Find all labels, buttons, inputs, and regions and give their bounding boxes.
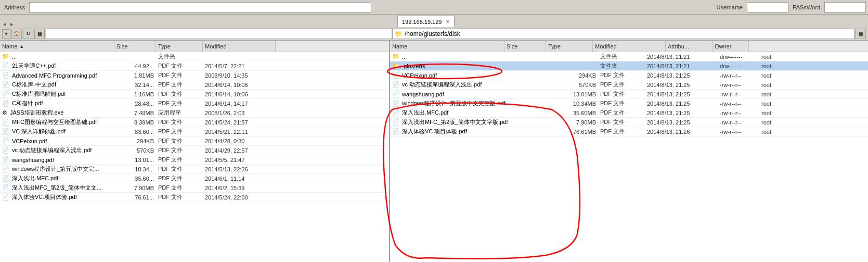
file-modified: 2008/1/26, 2:03 (203, 110, 276, 116)
file-type: PDF 文件 (156, 156, 203, 164)
file-modified: 2014/6/2, 15:39 (203, 185, 276, 191)
username-input[interactable] (747, 2, 788, 13)
left-col-type[interactable]: Type (156, 41, 203, 52)
list-item[interactable]: 📄 深入体验VC.项目体验.pdf 76.61MB PDF 文件 2014/8/… (390, 127, 868, 136)
file-name: 📄 C标准库源码解剖.pdf (0, 90, 114, 98)
list-item[interactable]: ⚙ JASS培训班教程.exe 7.49MB 应用程序 2008/1/26, 2… (0, 108, 389, 118)
file-owner: root (759, 82, 791, 88)
file-size: 10.34MB (556, 101, 598, 107)
file-name: 📄 深入浅出MFC_第2版_简体中文文字版.pdf (390, 118, 556, 126)
file-icon: 📄 (392, 100, 399, 107)
file-size: 7.90MB (114, 185, 156, 191)
nav-right-icon[interactable]: ► (9, 21, 15, 27)
file-type: PDF 文件 (156, 128, 203, 135)
list-item[interactable]: 📄 深入浅出.MFC.pdf 35.60MB PDF 文件 2014/8/13,… (390, 108, 868, 118)
file-name: 📄 vc 动态链接库编程深入浅出.pdf (390, 81, 556, 89)
file-name: 📄 wangshuang.pdf (0, 156, 114, 163)
file-modified: 2008/9/10, 14:35 (203, 72, 276, 79)
file-owner: root (759, 101, 791, 107)
right-path-bar[interactable]: 📁 /home/glusterfs/disk (392, 29, 854, 39)
left-path-bar[interactable] (46, 29, 392, 39)
list-item[interactable]: 📁 .. 文件夹 2014/8/13, 21:21 drw------- roo… (390, 52, 868, 61)
left-nav-dropdown[interactable]: ▼ (2, 29, 10, 39)
list-item[interactable]: 📄 21天学通C++.pdf 44.92... PDF 文件 2014/5/7,… (0, 61, 389, 71)
list-item[interactable]: 📁 .. 文件夹 (0, 52, 389, 61)
file-size: 32.14... (114, 82, 156, 88)
list-item[interactable]: 📄 vc 动态链接库编程深入浅出.pdf 570KB PDF 文件 2014/8… (390, 80, 868, 90)
left-col-modified[interactable]: Modified (203, 41, 276, 52)
list-item[interactable]: 📄 C标准库-中文.pdf 32.14... PDF 文件 2014/6/14,… (0, 80, 389, 90)
file-name: 📁 .. (0, 53, 114, 60)
file-name: 📄 VCPeixun.pdf (390, 72, 556, 79)
left-view-icon[interactable]: ▦ (34, 29, 45, 39)
password-input[interactable] (824, 2, 866, 13)
right-col-owner[interactable]: Owner (712, 41, 749, 52)
file-type: PDF 文件 (156, 146, 203, 154)
file-icon: 📄 (2, 156, 9, 163)
file-modified: 2014/5/24, 22:00 (203, 194, 276, 201)
remote-tab[interactable]: 192.168.19.129 ✕ (397, 16, 455, 27)
list-item[interactable]: 📄 深入体验VC.项目体验.pdf 76.61... PDF 文件 2014/5… (0, 193, 389, 202)
file-name: 📄 深入浅出.MFC.pdf (390, 109, 556, 117)
right-col-attrib[interactable]: Attribu... (666, 41, 712, 52)
address-label: Address (2, 4, 27, 10)
file-type: PDF 文件 (156, 193, 203, 201)
file-modified: 2014/5/24, 21:57 (203, 119, 276, 126)
file-name: 📄 MFC图形编程与交互绘图基础.pdf (0, 118, 114, 126)
list-item[interactable]: 📄 Advanced MFC Programming.pdf 1.81MB PD… (0, 71, 389, 80)
nav-left-icon[interactable]: ◄ (2, 21, 7, 27)
list-item[interactable]: 📄 windows程序设计_第五版中文完整版.pdf 10.34MB PDF 文… (390, 99, 868, 108)
list-item[interactable]: 📄 C和指针.pdf 28.48... PDF 文件 2014/6/14, 14… (0, 99, 389, 108)
file-size: 8.39MB (114, 119, 156, 126)
file-type: PDF 文件 (156, 62, 203, 70)
list-item[interactable]: 📄 深入浅出MFC_第2版_简体中文文字版.pdf 7.90MB PDF 文件 … (390, 118, 868, 127)
address-input[interactable] (29, 2, 371, 13)
list-item[interactable]: 📄 wangshuang.pdf 13.01MB PDF 文件 2014/8/1… (390, 90, 868, 99)
right-view-icon[interactable]: ▦ (856, 29, 866, 39)
left-col-size[interactable]: Size (114, 41, 156, 52)
file-type: PDF 文件 (156, 118, 203, 126)
list-item[interactable]: 📁 .glusterfs 文件夹 2014/8/13, 21:21 drw---… (390, 61, 868, 71)
file-icon: 📄 (392, 81, 399, 88)
list-item[interactable]: 📄 vc 动态链接库编程深入浅出.pdf 570KB PDF 文件 2014/4… (0, 146, 389, 155)
file-type: PDF 文件 (156, 99, 203, 107)
file-size: 83.60... (114, 129, 156, 135)
right-col-modified[interactable]: Modified (593, 41, 666, 52)
file-size: 28.48... (114, 101, 156, 107)
left-refresh-icon[interactable]: ↻ (23, 29, 33, 39)
file-type: PDF 文件 (156, 184, 203, 192)
file-icon: 📄 (2, 175, 9, 182)
file-modified: 2014/8/13, 21:25 (645, 119, 718, 126)
file-attrib: -rw-r--r-- (718, 72, 759, 79)
tab-close-icon[interactable]: ✕ (446, 19, 450, 24)
file-icon: 📄 (392, 119, 399, 126)
list-item[interactable]: 📄 C标准库源码解剖.pdf 1.16MB PDF 文件 2014/6/14, … (0, 90, 389, 99)
list-item[interactable]: 📄 VCPeixun.pdf 294KB PDF 文件 2014/8/13, 2… (390, 71, 868, 80)
file-size: 570KB (556, 82, 598, 88)
left-home-icon[interactable]: 🏠 (11, 29, 22, 39)
file-name: ⚙ JASS培训班教程.exe (0, 109, 114, 117)
file-attrib: drw------- (718, 63, 759, 69)
right-col-type[interactable]: Type (546, 41, 593, 52)
file-icon: 📄 (2, 194, 9, 201)
list-item[interactable]: 📄 VC.深入详解孙鑫.pdf 83.60... PDF 文件 2014/5/2… (0, 127, 389, 136)
file-owner: root (759, 63, 791, 69)
list-item[interactable]: 📄 wangshuang.pdf 13.01... PDF 文件 2014/5/… (0, 155, 389, 165)
file-size: 35.60... (114, 176, 156, 182)
list-item[interactable]: 📄 深入浅出.MFC.pdf 35.60... PDF 文件 2014/6/1,… (0, 174, 389, 183)
list-item[interactable]: 📄 VCPeixun.pdf 294KB PDF 文件 2014/4/28, 0… (0, 136, 389, 146)
file-icon: 📄 (2, 100, 9, 107)
list-item[interactable]: 📄 windows程序设计_第五版中文完... 10.34... PDF 文件 … (0, 165, 389, 174)
left-col-name[interactable]: Name ▲ (0, 41, 114, 52)
right-col-size[interactable]: Size (504, 41, 546, 52)
right-col-name[interactable]: Name (390, 41, 504, 52)
file-name: 📁 .glusterfs (390, 63, 556, 69)
list-item[interactable]: 📄 MFC图形编程与交互绘图基础.pdf 8.39MB PDF 文件 2014/… (0, 118, 389, 127)
file-modified: 2014/6/14, 14:17 (203, 101, 276, 107)
file-modified: 2014/6/1, 11:14 (203, 176, 276, 182)
file-icon: 📄 (392, 128, 399, 135)
file-size: 7.90MB (556, 119, 598, 126)
list-item[interactable]: 📄 深入浅出MFC_第2版_简体中文文... 7.90MB PDF 文件 201… (0, 183, 389, 193)
file-attrib: -rw-r--r-- (718, 91, 759, 97)
file-type: PDF 文件 (156, 90, 203, 98)
